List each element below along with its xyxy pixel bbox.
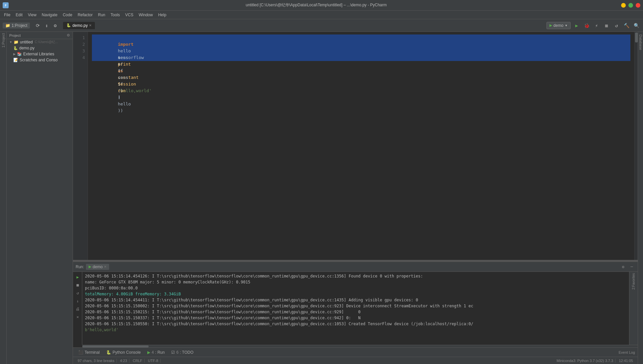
menu-navigate[interactable]: Navigate — [39, 12, 60, 18]
editor-scrollbar-thumb[interactable] — [635, 32, 638, 42]
folder-icon-untitled: 📁 — [14, 40, 19, 44]
menu-tools[interactable]: Tools — [108, 12, 122, 18]
run-with-coverage-btn[interactable]: ⚡ — [593, 22, 601, 30]
run-tab-label: : Run — [155, 350, 165, 355]
run-tab-demo[interactable]: ▶ demo ✕ — [86, 264, 109, 270]
favorites-icon[interactable]: 2:Favorites — [632, 273, 635, 289]
bottom-tab-python-console[interactable]: 🐍 Python Console — [104, 349, 143, 356]
project-vertical-label[interactable]: 1:Project — [1, 33, 5, 47]
menu-run[interactable]: Run — [95, 12, 108, 18]
bottom-tab-todo[interactable]: ☑ 6 : TODO — [169, 349, 196, 356]
status-chars[interactable]: 97 chars, 3 line breaks — [76, 359, 117, 363]
bottom-tabs-bar: ⬛ Terminal 🐍 Python Console ▶ 4 : Run ☑ … — [73, 347, 638, 357]
output-line-0: 2020-05-06 15:15:14.454126: I T:\src\git… — [85, 273, 626, 279]
status-encoding[interactable]: UTF-8 — [146, 359, 161, 363]
run-panel: Run: ▶ demo ✕ ⚙ ─ ▶ ■ ↺ ↓ 🖨 ✕ — [73, 261, 638, 347]
code-line-3[interactable]: sess = tf . Session () — [92, 48, 630, 54]
right-sidebar: Database — [638, 32, 643, 364]
maximize-button[interactable] — [628, 3, 633, 8]
toolbar-sync-btn[interactable]: ⟳ — [34, 22, 42, 30]
code-line-4[interactable]: print ( sess . run ( hello )) — [92, 54, 630, 61]
editor-tab-demo[interactable]: 🐍 demo.py ✕ — [63, 22, 95, 29]
line-num-4: 4 — [73, 54, 85, 61]
project-label-text: 1:Project — [12, 23, 27, 28]
tree-item-external-libs[interactable]: ▶ 📚 External Libraries — [7, 51, 73, 57]
run-config-dropdown-icon: ▼ — [565, 24, 568, 27]
minimize-button[interactable] — [621, 3, 626, 8]
code-line-2[interactable]: hello = tf . constant ( 'hello,world' ) — [92, 41, 630, 48]
editor-area: 1 2 3 4 import tensorflow as tf — [73, 32, 638, 364]
run-panel-minimize-btn[interactable]: ─ — [628, 264, 635, 270]
expand-icon-extlibs: ▶ — [13, 52, 16, 56]
run-tab-close[interactable]: ✕ — [104, 265, 107, 269]
run-play-btn[interactable]: ▶ — [74, 274, 81, 280]
run-stop-btn[interactable]: ■ — [74, 282, 81, 288]
database-panel-toggle[interactable]: Database — [639, 34, 643, 50]
search-everywhere-btn[interactable]: 🔍 — [632, 22, 640, 30]
python-console-label: Python Console — [112, 350, 141, 355]
menu-help[interactable]: Help — [156, 12, 169, 18]
editor-scrollbar[interactable] — [634, 32, 638, 260]
menu-bar: File Edit View Navigate Code Refactor Ru… — [0, 11, 643, 19]
run-close-btn[interactable]: ✕ — [74, 314, 81, 320]
status-interpreter[interactable]: Miniconda3: Python 3.7 (x32) 3.7.3 — [555, 359, 616, 363]
line-num-3: 3 — [73, 48, 85, 54]
run-scrollbar-thumb-h[interactable] — [82, 345, 149, 347]
event-log-link[interactable]: Event Log — [618, 350, 635, 354]
menu-code[interactable]: Code — [60, 12, 75, 18]
code-paren5: ( — [118, 95, 120, 100]
toolbar-collapse-btn[interactable]: ↕ — [42, 22, 50, 30]
menu-file[interactable]: File — [1, 12, 13, 18]
debug-button[interactable]: 🐞 — [583, 22, 591, 30]
run-scrolldown-btn[interactable]: ↓ — [74, 298, 81, 304]
build-button[interactable]: 🔨 — [622, 22, 630, 30]
run-print-btn[interactable]: 🖨 — [74, 306, 81, 312]
menu-view[interactable]: View — [25, 12, 39, 18]
run-icon-tab: ▶ — [147, 350, 150, 355]
tree-item-demopy[interactable]: 🐍 demo.py — [7, 45, 73, 51]
window-title: untitled [C:\Users\@纪华\AppData\Local\Tem… — [11, 2, 621, 8]
run-button[interactable]: ▶ — [573, 22, 581, 30]
rerun-button[interactable]: ↺ — [612, 22, 620, 30]
project-panel-toggle[interactable]: 📁 1:Project — [3, 23, 30, 29]
run-content-area: ▶ ■ ↺ ↓ 🖨 ✕ 2020-05-06 15:15:14.454126: … — [73, 272, 638, 345]
stop-button[interactable]: ■ — [603, 22, 610, 30]
tree-item-scratches[interactable]: 📝 Scratches and Conso — [7, 57, 73, 63]
terminal-label: Terminal — [85, 350, 100, 355]
code-dot3: . — [118, 82, 120, 87]
project-tree-header: Project ⚙ — [7, 32, 73, 39]
run-config-selector[interactable]: ▶ demo ▼ — [546, 22, 571, 29]
run-panel-header: Run: ▶ demo ✕ ⚙ ─ — [73, 262, 638, 272]
run-panel-settings-btn[interactable]: ⚙ — [620, 264, 626, 270]
code-paren4: ( — [118, 68, 120, 73]
run-output-scrollbar[interactable] — [82, 345, 638, 347]
menu-window[interactable]: Window — [136, 12, 156, 18]
terminal-icon: ⬛ — [78, 350, 83, 355]
menu-edit[interactable]: Edit — [13, 12, 25, 18]
code-content[interactable]: import tensorflow as tf hello = tf . con… — [88, 32, 634, 260]
code-editor[interactable]: 1 2 3 4 import tensorflow as tf — [73, 32, 638, 260]
code-sess: sess — [118, 55, 128, 60]
output-line-5: 2020-05-06 15:15:15.150002: I T:\src\git… — [85, 303, 626, 309]
status-position[interactable]: 4:23 — [118, 359, 129, 363]
toolbar-settings-btn[interactable]: ⚙ — [51, 22, 59, 30]
run-right-actions: 2:Favorites — [629, 272, 638, 345]
project-icon: 📁 — [5, 23, 10, 28]
menu-refactor[interactable]: Refactor — [75, 12, 95, 18]
tab-filename: demo.py — [72, 23, 88, 28]
tree-item-untitled[interactable]: ▼ 📁 untitled C:\Users\@纪... — [7, 39, 73, 45]
close-button[interactable] — [636, 3, 640, 8]
status-line-ending[interactable]: CRLF — [131, 359, 145, 363]
tree-settings-icon[interactable]: ⚙ — [67, 33, 70, 37]
code-line-1[interactable]: import tensorflow as tf — [92, 34, 630, 41]
code-hello: hello — [118, 48, 131, 53]
bottom-tab-run[interactable]: ▶ 4 : Run — [145, 349, 167, 356]
run-panel-label: Run: — [76, 265, 84, 269]
output-line-8: 2020-05-06 15:15:15.150550: I T:\src\git… — [85, 321, 626, 327]
bottom-tab-terminal[interactable]: ⬛ Terminal — [76, 349, 102, 356]
menu-vcs[interactable]: VCS — [122, 12, 136, 18]
tab-close-icon[interactable]: ✕ — [89, 24, 92, 27]
run-rerun-btn[interactable]: ↺ — [74, 290, 81, 296]
line-num-2: 2 — [73, 41, 85, 48]
keyword-import: import — [118, 42, 133, 47]
